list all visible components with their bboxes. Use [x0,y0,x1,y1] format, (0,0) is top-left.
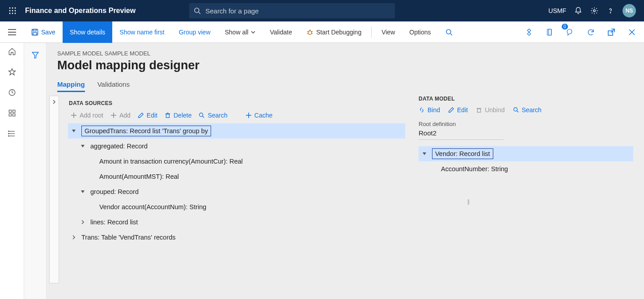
validate-button[interactable]: Validate [263,21,299,43]
svg-point-8 [15,13,16,14]
workspaces-icon[interactable] [8,109,16,117]
show-details-label: Show details [70,29,105,36]
root-definition-value[interactable]: Root2 [419,129,504,140]
tree-node-vendor-account[interactable]: Vendor account(AccountNum): String [68,199,405,215]
svg-rect-27 [547,29,551,35]
search-placeholder: Search for a page [205,7,258,15]
add-root-button[interactable]: Add root [71,112,103,119]
show-all-dropdown[interactable]: Show all [218,21,263,43]
svg-rect-37 [9,114,11,116]
cache-button[interactable]: Cache [246,112,272,119]
gear-icon[interactable] [590,7,598,15]
dm-search-button[interactable]: Search [513,106,542,114]
edit-label: Edit [147,112,157,119]
data-model-header: DATA MODEL [419,96,633,102]
recent-icon[interactable] [8,88,16,97]
datasource-type-expander[interactable] [49,96,59,283]
svg-point-3 [9,10,11,12]
tab-mapping[interactable]: Mapping [57,78,85,92]
delete-button[interactable]: Delete [165,112,191,119]
help-icon[interactable] [606,7,614,15]
caret-right-icon[interactable] [80,220,87,224]
svg-line-23 [307,34,308,34]
user-avatar[interactable]: NS [623,4,636,17]
view-menu[interactable]: View [374,21,402,43]
svg-marker-33 [8,69,15,75]
unbind-label: Unbind [485,106,504,114]
tree-node-label: AccountNumber: String [441,165,508,173]
dm-tree-node-vendor[interactable]: Vendor: Record list [419,146,633,161]
caret-down-icon[interactable] [422,152,428,156]
popout-icon[interactable] [605,25,618,39]
data-sources-header: DATA SOURCES [69,100,405,106]
page-title: Model mapping designer [47,57,644,78]
dm-search-label: Search [522,106,542,114]
filter-column [24,43,47,299]
global-search-input[interactable]: Search for a page [189,3,395,18]
tree-node-label: Amount in transaction currency(AmountCur… [99,158,243,165]
show-details-button[interactable]: Show details [63,21,112,43]
svg-line-26 [450,34,452,35]
messages-icon[interactable] [564,25,577,39]
splitter-handle[interactable]: ║ [467,199,469,204]
filter-icon[interactable] [31,51,39,59]
unbind-button[interactable]: Unbind [476,106,504,114]
refresh-icon[interactable] [584,25,597,39]
validate-label: Validate [270,29,292,36]
save-button[interactable]: Save [24,21,63,43]
tree-node-amount-mst[interactable]: Amount(AmountMST): Real [68,169,405,184]
svg-rect-38 [13,114,15,116]
caret-down-icon[interactable] [80,190,87,194]
caret-down-icon[interactable] [80,144,87,148]
bind-button[interactable]: Bind [419,106,440,114]
svg-point-43 [8,133,9,134]
tab-validations[interactable]: Validations [97,78,130,92]
group-view-button[interactable]: Group view [172,21,218,43]
tree-node-trans[interactable]: Trans: Table 'VendTrans' records [68,230,405,245]
caret-right-icon[interactable] [72,235,78,240]
caret-down-icon[interactable] [72,129,78,133]
ds-search-button[interactable]: Search [199,112,227,119]
svg-rect-60 [478,109,481,112]
data-sources-panel: DATA SOURCES Add root Add Edit [68,96,410,299]
home-icon[interactable] [8,47,16,55]
show-name-first-button[interactable]: Show name first [112,21,171,43]
svg-line-63 [517,111,518,113]
tree-node-lines[interactable]: lines: Record list [68,215,405,230]
tree-node-label: GroupedTrans: Record list 'Trans' group … [81,126,211,136]
view-label: View [381,29,395,36]
search-icon [194,7,201,14]
data-sources-tree: GroupedTrans: Record list 'Trans' group … [68,123,405,245]
bind-label: Bind [428,106,440,114]
edit-button[interactable]: Edit [138,112,157,119]
cache-label: Cache [254,112,272,119]
favorites-icon[interactable] [8,68,16,76]
group-view-label: Group view [179,29,211,36]
avatar-initials: NS [626,8,633,14]
separator [371,26,372,38]
tree-node-amount-cur[interactable]: Amount in transaction currency(AmountCur… [68,154,405,169]
add-button[interactable]: Add [110,112,131,119]
company-code[interactable]: USMF [548,7,566,14]
svg-marker-58 [81,145,85,147]
dm-edit-button[interactable]: Edit [448,106,468,114]
tree-node-label: lines: Record list [90,219,138,226]
start-debugging-button[interactable]: Start Debugging [299,21,369,43]
nav-toggle-icon[interactable] [0,29,24,35]
plugin-icon[interactable] [522,25,536,39]
modules-icon[interactable] [8,130,16,138]
attachments-icon[interactable] [543,25,556,39]
close-icon[interactable] [625,25,639,39]
dm-tree-node-account-number[interactable]: AccountNumber: String [419,161,633,177]
start-debugging-label: Start Debugging [316,29,361,36]
action-search-icon[interactable] [438,21,460,43]
tree-node-aggregated[interactable]: aggregated: Record [68,139,405,154]
tree-node-label: Trans: Table 'VendTrans' records [81,234,176,241]
app-launcher-icon[interactable] [4,7,21,14]
options-menu[interactable]: Options [402,21,438,43]
tree-node-label: grouped: Record [90,188,139,195]
bell-icon[interactable] [574,7,582,15]
tree-node-grouped[interactable]: grouped: Record [68,184,405,199]
tree-node-grouped-trans[interactable]: GroupedTrans: Record list 'Trans' group … [68,123,405,139]
svg-line-10 [199,12,200,14]
